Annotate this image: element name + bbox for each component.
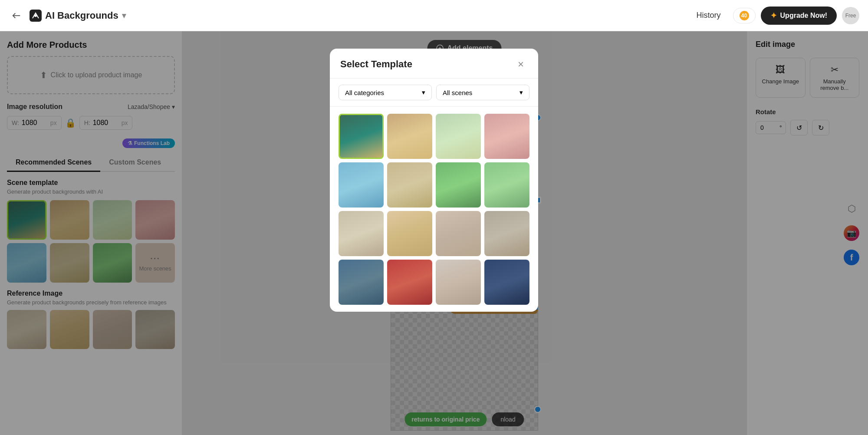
- modal-thumb-16[interactable]: [484, 260, 529, 305]
- modal-close-button[interactable]: ×: [514, 57, 528, 71]
- modal-thumb-12[interactable]: [484, 211, 529, 256]
- logo-icon: [30, 10, 42, 22]
- upgrade-star-icon: ✦: [770, 11, 777, 20]
- avatar-label: Free: [845, 13, 856, 19]
- modal-thumb-3[interactable]: [436, 114, 481, 159]
- app-logo: AI Backgrounds ▾: [30, 10, 126, 22]
- category-filter[interactable]: All categories ▾: [339, 85, 432, 100]
- modal-filters: All categories ▾ All scenes ▾: [330, 79, 538, 107]
- modal-grid: [330, 107, 538, 312]
- modal-thumb-14[interactable]: [387, 260, 432, 305]
- modal-header: Select Template ×: [330, 49, 538, 79]
- modal-thumb-10[interactable]: [387, 211, 432, 256]
- upgrade-button[interactable]: ✦ Upgrade Now!: [761, 7, 837, 25]
- modal-thumb-13[interactable]: [339, 260, 384, 305]
- back-button[interactable]: [9, 8, 24, 23]
- upgrade-label: Upgrade Now!: [780, 12, 827, 20]
- modal-overlay: Select Template × All categories ▾ All s…: [0, 31, 868, 435]
- credits-button[interactable]: 40: [733, 8, 756, 23]
- modal-thumb-8[interactable]: [484, 162, 529, 208]
- modal-title: Select Template: [340, 59, 412, 70]
- modal-thumb-4[interactable]: [484, 114, 529, 159]
- scene-filter[interactable]: All scenes ▾: [436, 85, 529, 100]
- header-right: History 40 ✦ Upgrade Now! Free: [690, 7, 859, 25]
- modal-thumb-5[interactable]: [339, 162, 384, 208]
- modal-thumb-6[interactable]: [387, 162, 432, 208]
- modal-thumb-2[interactable]: [387, 114, 432, 159]
- modal-thumb-15[interactable]: [436, 260, 481, 305]
- modal-thumb-11[interactable]: [436, 211, 481, 256]
- modal-thumb-1[interactable]: [339, 114, 384, 159]
- history-button[interactable]: History: [690, 7, 728, 23]
- dropdown-icon[interactable]: ▾: [122, 11, 126, 20]
- category-chevron-icon: ▾: [422, 89, 425, 96]
- modal-thumb-7[interactable]: [436, 162, 481, 208]
- scene-chevron-icon: ▾: [519, 89, 523, 96]
- avatar[interactable]: Free: [842, 7, 859, 24]
- header-left: AI Backgrounds ▾: [9, 8, 126, 23]
- credits-badge: 40: [740, 11, 749, 20]
- svg-point-1: [34, 14, 37, 17]
- app-name: AI Backgrounds: [45, 10, 118, 21]
- select-template-modal: Select Template × All categories ▾ All s…: [330, 49, 538, 312]
- modal-thumb-9[interactable]: [339, 211, 384, 256]
- header: AI Backgrounds ▾ History 40 ✦ Upgrade No…: [0, 0, 868, 31]
